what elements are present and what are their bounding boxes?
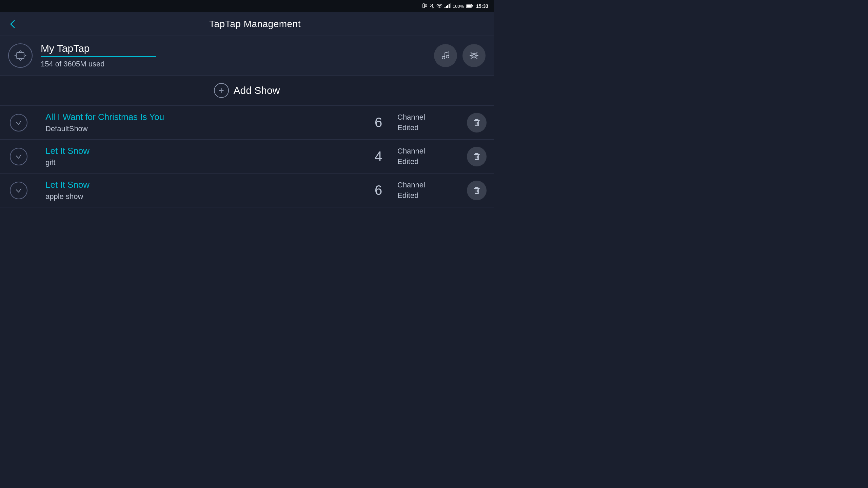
svg-rect-7 [449,4,450,8]
add-show-row[interactable]: + Add Show [0,76,494,106]
delete-area-3 [460,174,494,207]
delete-button-3[interactable] [467,181,487,200]
page-title: TapTap Management [24,19,486,29]
show-title-2: Let It Snow [45,146,357,156]
battery-icon [466,4,473,9]
show-item: Let It Snow gift 4 Channel Edited [0,140,494,174]
show-count-3: 6 [365,183,392,198]
show-subtitle-2: gift [45,158,357,167]
show-status-text-3: Channel Edited [397,180,454,201]
show-status-text-2: Channel Edited [397,146,454,167]
show-check-area-1 [0,106,37,139]
status-time: 15:33 [476,3,488,9]
show-subtitle-3: apple show [45,192,357,201]
svg-point-13 [442,56,445,59]
show-title-3: Let It Snow [45,180,357,190]
svg-rect-6 [447,5,448,8]
check-circle-2[interactable] [10,148,27,165]
show-list: All I Want for Christmas Is You DefaultS… [0,106,494,207]
device-details: My TapTap 154 of 3605M used [41,43,434,68]
nfc-icon [422,3,428,9]
show-count-2: 4 [365,149,392,164]
device-name: My TapTap [41,43,434,54]
show-check-area-2 [0,140,37,173]
show-item: Let It Snow apple show 6 Channel Edited [0,174,494,207]
delete-area-1 [460,106,494,139]
check-circle-3[interactable] [10,182,27,199]
show-item: All I Want for Christmas Is You DefaultS… [0,106,494,140]
settings-button[interactable] [462,44,486,67]
header-bar: TapTap Management [0,12,494,36]
delete-button-2[interactable] [467,147,487,166]
show-status-2: Channel Edited [392,146,460,167]
wifi-icon [436,3,442,9]
svg-rect-11 [472,5,473,6]
add-show-label: Add Show [234,85,280,96]
show-info-1: All I Want for Christmas Is You DefaultS… [37,106,365,139]
show-status-3: Channel Edited [392,180,460,201]
device-name-underline [41,56,156,57]
delete-button-1[interactable] [467,113,487,133]
show-count-1: 6 [365,115,392,130]
add-show-icon: + [214,83,229,98]
show-status-text-1: Channel Edited [397,112,454,133]
check-circle-1[interactable] [10,114,27,131]
back-button[interactable] [8,19,18,29]
device-info-section: My TapTap 154 of 3605M used [0,36,494,76]
signal-icon [445,3,451,9]
show-info-2: Let It Snow gift [37,140,365,172]
svg-point-14 [446,55,449,58]
svg-line-2 [430,6,431,7]
svg-point-3 [439,7,440,8]
svg-rect-10 [467,4,471,7]
svg-rect-4 [445,7,446,8]
svg-rect-5 [446,6,447,8]
status-bar: 100% 15:33 [0,0,494,12]
show-check-area-3 [0,174,37,207]
bluetooth-icon [430,3,434,9]
show-status-1: Channel Edited [392,112,460,133]
show-info-3: Let It Snow apple show [37,174,365,206]
delete-area-2 [460,140,494,173]
status-icons: 100% 15:33 [422,3,488,9]
svg-rect-8 [450,3,451,8]
show-subtitle-1: DefaultShow [45,124,357,133]
svg-rect-1 [425,5,427,7]
device-icon-circle [8,43,33,68]
device-actions [434,44,486,67]
battery-percent: 100% [453,4,464,9]
music-playback-button[interactable] [434,44,457,67]
svg-rect-12 [17,53,24,59]
device-storage: 154 of 3605M used [41,60,434,68]
show-title-1: All I Want for Christmas Is You [45,112,357,122]
svg-rect-0 [423,4,425,8]
svg-point-15 [473,54,475,57]
